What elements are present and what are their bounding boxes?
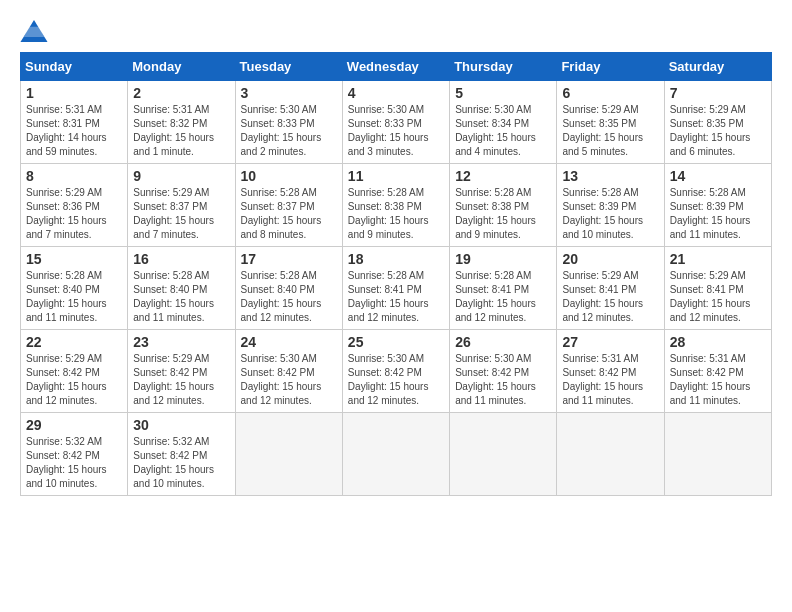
day-number: 20: [562, 251, 658, 267]
calendar-cell: 2Sunrise: 5:31 AMSunset: 8:32 PMDaylight…: [128, 81, 235, 164]
day-number: 28: [670, 334, 766, 350]
day-info: Sunrise: 5:31 AMSunset: 8:32 PMDaylight:…: [133, 103, 229, 159]
day-info: Sunrise: 5:28 AMSunset: 8:39 PMDaylight:…: [670, 186, 766, 242]
day-number: 29: [26, 417, 122, 433]
calendar-cell: 4Sunrise: 5:30 AMSunset: 8:33 PMDaylight…: [342, 81, 449, 164]
day-number: 18: [348, 251, 444, 267]
calendar-cell: 21Sunrise: 5:29 AMSunset: 8:41 PMDayligh…: [664, 247, 771, 330]
day-number: 24: [241, 334, 337, 350]
weekday-header-sunday: Sunday: [21, 53, 128, 81]
day-number: 13: [562, 168, 658, 184]
generalblue-icon: [20, 20, 48, 42]
logo: [20, 20, 52, 42]
calendar-week-4: 22Sunrise: 5:29 AMSunset: 8:42 PMDayligh…: [21, 330, 772, 413]
day-info: Sunrise: 5:28 AMSunset: 8:38 PMDaylight:…: [455, 186, 551, 242]
calendar-cell: 8Sunrise: 5:29 AMSunset: 8:36 PMDaylight…: [21, 164, 128, 247]
calendar-cell: [235, 413, 342, 496]
day-info: Sunrise: 5:28 AMSunset: 8:37 PMDaylight:…: [241, 186, 337, 242]
calendar-cell: 20Sunrise: 5:29 AMSunset: 8:41 PMDayligh…: [557, 247, 664, 330]
day-info: Sunrise: 5:28 AMSunset: 8:41 PMDaylight:…: [348, 269, 444, 325]
day-number: 25: [348, 334, 444, 350]
day-number: 30: [133, 417, 229, 433]
calendar-cell: 26Sunrise: 5:30 AMSunset: 8:42 PMDayligh…: [450, 330, 557, 413]
day-number: 14: [670, 168, 766, 184]
calendar-cell: 30Sunrise: 5:32 AMSunset: 8:42 PMDayligh…: [128, 413, 235, 496]
calendar-cell: 17Sunrise: 5:28 AMSunset: 8:40 PMDayligh…: [235, 247, 342, 330]
day-number: 16: [133, 251, 229, 267]
day-info: Sunrise: 5:28 AMSunset: 8:39 PMDaylight:…: [562, 186, 658, 242]
calendar-cell: 11Sunrise: 5:28 AMSunset: 8:38 PMDayligh…: [342, 164, 449, 247]
calendar-cell: 10Sunrise: 5:28 AMSunset: 8:37 PMDayligh…: [235, 164, 342, 247]
day-number: 1: [26, 85, 122, 101]
calendar-cell: 22Sunrise: 5:29 AMSunset: 8:42 PMDayligh…: [21, 330, 128, 413]
calendar-cell: 25Sunrise: 5:30 AMSunset: 8:42 PMDayligh…: [342, 330, 449, 413]
calendar: SundayMondayTuesdayWednesdayThursdayFrid…: [20, 52, 772, 496]
calendar-week-3: 15Sunrise: 5:28 AMSunset: 8:40 PMDayligh…: [21, 247, 772, 330]
header: [20, 20, 772, 42]
day-info: Sunrise: 5:30 AMSunset: 8:33 PMDaylight:…: [241, 103, 337, 159]
weekday-header-friday: Friday: [557, 53, 664, 81]
calendar-cell: 3Sunrise: 5:30 AMSunset: 8:33 PMDaylight…: [235, 81, 342, 164]
day-number: 11: [348, 168, 444, 184]
day-number: 7: [670, 85, 766, 101]
day-info: Sunrise: 5:28 AMSunset: 8:40 PMDaylight:…: [26, 269, 122, 325]
day-info: Sunrise: 5:31 AMSunset: 8:42 PMDaylight:…: [670, 352, 766, 408]
calendar-cell: 16Sunrise: 5:28 AMSunset: 8:40 PMDayligh…: [128, 247, 235, 330]
calendar-cell: 12Sunrise: 5:28 AMSunset: 8:38 PMDayligh…: [450, 164, 557, 247]
day-number: 2: [133, 85, 229, 101]
day-number: 10: [241, 168, 337, 184]
day-info: Sunrise: 5:28 AMSunset: 8:38 PMDaylight:…: [348, 186, 444, 242]
weekday-header-monday: Monday: [128, 53, 235, 81]
day-info: Sunrise: 5:30 AMSunset: 8:34 PMDaylight:…: [455, 103, 551, 159]
calendar-week-2: 8Sunrise: 5:29 AMSunset: 8:36 PMDaylight…: [21, 164, 772, 247]
day-number: 12: [455, 168, 551, 184]
calendar-cell: [557, 413, 664, 496]
day-info: Sunrise: 5:32 AMSunset: 8:42 PMDaylight:…: [133, 435, 229, 491]
day-info: Sunrise: 5:28 AMSunset: 8:40 PMDaylight:…: [133, 269, 229, 325]
day-number: 9: [133, 168, 229, 184]
day-info: Sunrise: 5:29 AMSunset: 8:35 PMDaylight:…: [562, 103, 658, 159]
day-number: 3: [241, 85, 337, 101]
day-number: 15: [26, 251, 122, 267]
day-info: Sunrise: 5:29 AMSunset: 8:42 PMDaylight:…: [133, 352, 229, 408]
calendar-cell: [342, 413, 449, 496]
day-number: 27: [562, 334, 658, 350]
day-info: Sunrise: 5:30 AMSunset: 8:42 PMDaylight:…: [455, 352, 551, 408]
calendar-cell: [450, 413, 557, 496]
day-number: 19: [455, 251, 551, 267]
calendar-week-1: 1Sunrise: 5:31 AMSunset: 8:31 PMDaylight…: [21, 81, 772, 164]
day-number: 23: [133, 334, 229, 350]
calendar-cell: 13Sunrise: 5:28 AMSunset: 8:39 PMDayligh…: [557, 164, 664, 247]
day-info: Sunrise: 5:29 AMSunset: 8:41 PMDaylight:…: [562, 269, 658, 325]
day-number: 6: [562, 85, 658, 101]
svg-marker-1: [24, 27, 44, 37]
weekday-header-row: SundayMondayTuesdayWednesdayThursdayFrid…: [21, 53, 772, 81]
day-info: Sunrise: 5:30 AMSunset: 8:33 PMDaylight:…: [348, 103, 444, 159]
day-number: 17: [241, 251, 337, 267]
calendar-cell: 5Sunrise: 5:30 AMSunset: 8:34 PMDaylight…: [450, 81, 557, 164]
day-info: Sunrise: 5:31 AMSunset: 8:42 PMDaylight:…: [562, 352, 658, 408]
calendar-cell: 29Sunrise: 5:32 AMSunset: 8:42 PMDayligh…: [21, 413, 128, 496]
calendar-cell: 7Sunrise: 5:29 AMSunset: 8:35 PMDaylight…: [664, 81, 771, 164]
day-info: Sunrise: 5:30 AMSunset: 8:42 PMDaylight:…: [348, 352, 444, 408]
day-info: Sunrise: 5:29 AMSunset: 8:36 PMDaylight:…: [26, 186, 122, 242]
day-info: Sunrise: 5:32 AMSunset: 8:42 PMDaylight:…: [26, 435, 122, 491]
day-info: Sunrise: 5:29 AMSunset: 8:35 PMDaylight:…: [670, 103, 766, 159]
weekday-header-saturday: Saturday: [664, 53, 771, 81]
weekday-header-wednesday: Wednesday: [342, 53, 449, 81]
day-info: Sunrise: 5:30 AMSunset: 8:42 PMDaylight:…: [241, 352, 337, 408]
day-number: 4: [348, 85, 444, 101]
day-number: 22: [26, 334, 122, 350]
calendar-cell: 6Sunrise: 5:29 AMSunset: 8:35 PMDaylight…: [557, 81, 664, 164]
day-info: Sunrise: 5:31 AMSunset: 8:31 PMDaylight:…: [26, 103, 122, 159]
calendar-cell: 27Sunrise: 5:31 AMSunset: 8:42 PMDayligh…: [557, 330, 664, 413]
calendar-cell: 24Sunrise: 5:30 AMSunset: 8:42 PMDayligh…: [235, 330, 342, 413]
calendar-cell: 23Sunrise: 5:29 AMSunset: 8:42 PMDayligh…: [128, 330, 235, 413]
day-number: 8: [26, 168, 122, 184]
calendar-cell: 28Sunrise: 5:31 AMSunset: 8:42 PMDayligh…: [664, 330, 771, 413]
calendar-cell: 18Sunrise: 5:28 AMSunset: 8:41 PMDayligh…: [342, 247, 449, 330]
day-info: Sunrise: 5:29 AMSunset: 8:41 PMDaylight:…: [670, 269, 766, 325]
day-info: Sunrise: 5:29 AMSunset: 8:37 PMDaylight:…: [133, 186, 229, 242]
day-number: 5: [455, 85, 551, 101]
calendar-cell: [664, 413, 771, 496]
